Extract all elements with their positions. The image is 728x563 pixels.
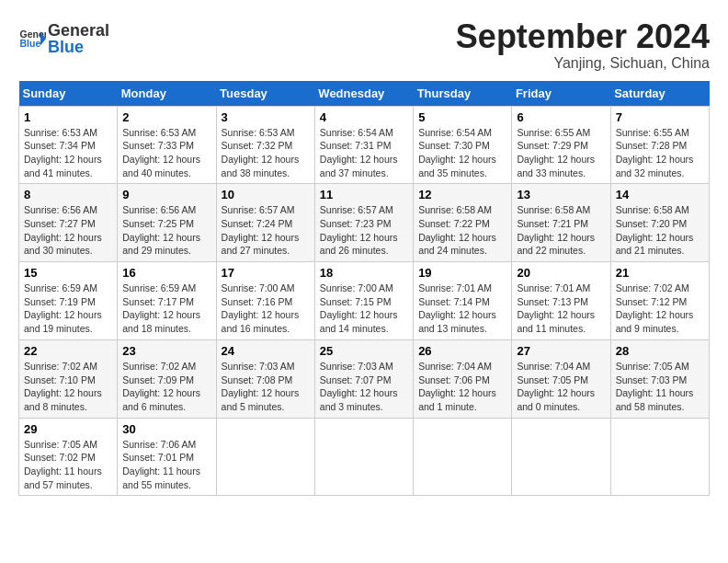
day-number: 30 [122, 422, 210, 436]
page-header: General Blue General Blue September 2024… [18, 18, 710, 72]
svg-text:Blue: Blue [20, 38, 41, 49]
day-info: Sunrise: 6:54 AM Sunset: 7:31 PM Dayligh… [320, 126, 408, 180]
day-number: 17 [222, 266, 310, 280]
calendar-cell: 25Sunrise: 7:03 AM Sunset: 7:07 PM Dayli… [314, 339, 413, 418]
logo-blue: Blue [48, 39, 109, 55]
day-number: 28 [616, 344, 704, 358]
calendar-cell [216, 418, 314, 496]
calendar-cell: 21Sunrise: 7:02 AM Sunset: 7:12 PM Dayli… [610, 262, 709, 340]
calendar-cell: 14Sunrise: 6:58 AM Sunset: 7:20 PM Dayli… [610, 184, 709, 262]
day-number: 5 [418, 110, 506, 124]
logo-general: General [48, 22, 109, 39]
calendar-cell: 19Sunrise: 7:01 AM Sunset: 7:14 PM Dayli… [414, 262, 512, 340]
day-info: Sunrise: 7:02 AM Sunset: 7:10 PM Dayligh… [24, 360, 112, 414]
calendar-cell: 5Sunrise: 6:54 AM Sunset: 7:30 PM Daylig… [414, 106, 512, 184]
day-info: Sunrise: 6:53 AM Sunset: 7:32 PM Dayligh… [222, 126, 310, 180]
calendar-cell: 13Sunrise: 6:58 AM Sunset: 7:21 PM Dayli… [512, 184, 610, 262]
day-info: Sunrise: 6:55 AM Sunset: 7:28 PM Dayligh… [616, 126, 704, 180]
day-info: Sunrise: 6:53 AM Sunset: 7:33 PM Dayligh… [122, 126, 210, 180]
day-number: 27 [517, 344, 605, 358]
calendar-week-4: 29Sunrise: 7:05 AM Sunset: 7:02 PM Dayli… [19, 418, 710, 496]
calendar-cell [512, 418, 610, 496]
calendar-cell: 30Sunrise: 7:06 AM Sunset: 7:01 PM Dayli… [118, 418, 216, 496]
calendar-cell: 4Sunrise: 6:54 AM Sunset: 7:31 PM Daylig… [314, 106, 413, 184]
day-number: 12 [418, 188, 506, 201]
day-number: 26 [418, 344, 506, 358]
calendar-cell: 29Sunrise: 7:05 AM Sunset: 7:02 PM Dayli… [19, 418, 118, 496]
calendar-cell: 3Sunrise: 6:53 AM Sunset: 7:32 PM Daylig… [216, 106, 314, 184]
day-info: Sunrise: 7:01 AM Sunset: 7:14 PM Dayligh… [418, 282, 506, 336]
calendar-week-1: 8Sunrise: 6:56 AM Sunset: 7:27 PM Daylig… [19, 184, 710, 262]
calendar-cell [314, 418, 413, 496]
day-number: 1 [24, 110, 112, 124]
day-info: Sunrise: 6:56 AM Sunset: 7:27 PM Dayligh… [24, 203, 112, 258]
day-number: 3 [222, 110, 310, 124]
day-number: 6 [517, 110, 605, 124]
calendar-cell: 2Sunrise: 6:53 AM Sunset: 7:33 PM Daylig… [118, 106, 216, 184]
weekday-header-monday: Monday [118, 81, 216, 107]
calendar-table: SundayMondayTuesdayWednesdayThursdayFrid… [18, 81, 710, 497]
day-info: Sunrise: 7:02 AM Sunset: 7:09 PM Dayligh… [122, 360, 210, 414]
calendar-cell: 1Sunrise: 6:53 AM Sunset: 7:34 PM Daylig… [19, 106, 118, 184]
calendar-cell: 11Sunrise: 6:57 AM Sunset: 7:23 PM Dayli… [314, 184, 413, 262]
day-info: Sunrise: 6:57 AM Sunset: 7:23 PM Dayligh… [320, 203, 408, 258]
calendar-cell: 27Sunrise: 7:04 AM Sunset: 7:05 PM Dayli… [512, 339, 610, 418]
weekday-header-row: SundayMondayTuesdayWednesdayThursdayFrid… [19, 81, 710, 107]
day-number: 8 [24, 188, 112, 201]
day-number: 7 [616, 110, 704, 124]
calendar-cell: 24Sunrise: 7:03 AM Sunset: 7:08 PM Dayli… [216, 339, 314, 418]
day-info: Sunrise: 7:04 AM Sunset: 7:06 PM Dayligh… [418, 360, 506, 414]
day-number: 9 [122, 188, 210, 201]
calendar-cell: 12Sunrise: 6:58 AM Sunset: 7:22 PM Dayli… [414, 184, 512, 262]
calendar-cell: 15Sunrise: 6:59 AM Sunset: 7:19 PM Dayli… [19, 262, 118, 340]
day-number: 15 [24, 266, 112, 280]
logo: General Blue General Blue [18, 22, 109, 55]
day-info: Sunrise: 7:04 AM Sunset: 7:05 PM Dayligh… [517, 360, 605, 414]
calendar-cell: 6Sunrise: 6:55 AM Sunset: 7:29 PM Daylig… [512, 106, 610, 184]
day-info: Sunrise: 7:06 AM Sunset: 7:01 PM Dayligh… [122, 438, 210, 492]
weekday-header-wednesday: Wednesday [314, 81, 413, 107]
day-number: 25 [320, 344, 408, 358]
calendar-cell: 18Sunrise: 7:00 AM Sunset: 7:15 PM Dayli… [314, 262, 413, 340]
day-number: 11 [320, 188, 408, 201]
calendar-cell: 9Sunrise: 6:56 AM Sunset: 7:25 PM Daylig… [118, 184, 216, 262]
day-number: 2 [122, 110, 210, 124]
day-info: Sunrise: 6:54 AM Sunset: 7:30 PM Dayligh… [418, 126, 506, 180]
title-block: September 2024 Yanjing, Sichuan, China [456, 18, 710, 72]
day-number: 23 [122, 344, 210, 358]
day-info: Sunrise: 7:05 AM Sunset: 7:02 PM Dayligh… [24, 438, 112, 492]
calendar-cell: 7Sunrise: 6:55 AM Sunset: 7:28 PM Daylig… [610, 106, 709, 184]
weekday-header-sunday: Sunday [19, 81, 118, 107]
day-number: 13 [517, 188, 605, 201]
calendar-cell: 26Sunrise: 7:04 AM Sunset: 7:06 PM Dayli… [414, 339, 512, 418]
day-info: Sunrise: 7:00 AM Sunset: 7:15 PM Dayligh… [320, 282, 408, 336]
calendar-cell: 10Sunrise: 6:57 AM Sunset: 7:24 PM Dayli… [216, 184, 314, 262]
calendar-cell: 22Sunrise: 7:02 AM Sunset: 7:10 PM Dayli… [19, 339, 118, 418]
day-info: Sunrise: 6:58 AM Sunset: 7:20 PM Dayligh… [616, 203, 704, 258]
day-info: Sunrise: 7:02 AM Sunset: 7:12 PM Dayligh… [616, 282, 704, 336]
day-number: 18 [320, 266, 408, 280]
calendar-cell: 28Sunrise: 7:05 AM Sunset: 7:03 PM Dayli… [610, 339, 709, 418]
calendar-cell: 8Sunrise: 6:56 AM Sunset: 7:27 PM Daylig… [19, 184, 118, 262]
calendar-cell: 23Sunrise: 7:02 AM Sunset: 7:09 PM Dayli… [118, 339, 216, 418]
day-number: 20 [517, 266, 605, 280]
day-number: 10 [222, 188, 310, 201]
day-number: 22 [24, 344, 112, 358]
month-title: September 2024 [456, 18, 710, 55]
day-number: 21 [616, 266, 704, 280]
day-info: Sunrise: 6:55 AM Sunset: 7:29 PM Dayligh… [517, 126, 605, 180]
weekday-header-thursday: Thursday [414, 81, 512, 107]
day-info: Sunrise: 6:53 AM Sunset: 7:34 PM Dayligh… [24, 126, 112, 180]
calendar-week-2: 15Sunrise: 6:59 AM Sunset: 7:19 PM Dayli… [19, 262, 710, 340]
day-info: Sunrise: 7:00 AM Sunset: 7:16 PM Dayligh… [222, 282, 310, 336]
day-info: Sunrise: 7:03 AM Sunset: 7:08 PM Dayligh… [222, 360, 310, 414]
day-number: 29 [24, 422, 112, 436]
weekday-header-saturday: Saturday [610, 81, 709, 107]
day-number: 14 [616, 188, 704, 201]
weekday-header-friday: Friday [512, 81, 610, 107]
calendar-cell: 16Sunrise: 6:59 AM Sunset: 7:17 PM Dayli… [118, 262, 216, 340]
day-info: Sunrise: 7:01 AM Sunset: 7:13 PM Dayligh… [517, 282, 605, 336]
day-number: 24 [222, 344, 310, 358]
calendar-cell: 17Sunrise: 7:00 AM Sunset: 7:16 PM Dayli… [216, 262, 314, 340]
day-info: Sunrise: 6:58 AM Sunset: 7:21 PM Dayligh… [517, 203, 605, 258]
